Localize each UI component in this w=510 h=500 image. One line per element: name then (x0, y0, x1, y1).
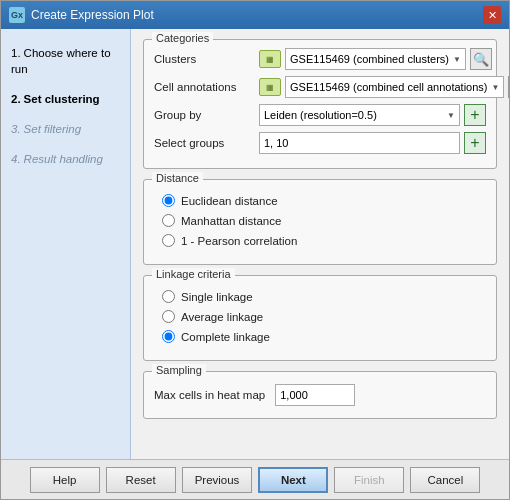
main-content: Categories Clusters ▦ GSE115469 (combine… (131, 29, 509, 459)
manhattan-radio[interactable] (162, 214, 175, 227)
euclidean-label: Euclidean distance (181, 195, 278, 207)
cell-annotations-search-button[interactable]: 🔍 (508, 76, 509, 98)
euclidean-radio[interactable] (162, 194, 175, 207)
complete-radio[interactable] (162, 330, 175, 343)
clusters-dataset-icon: ▦ (259, 50, 281, 68)
group-by-combo-text: Leiden (resolution=0.5) (264, 109, 377, 121)
sidebar-label-2: Set clustering (24, 93, 100, 105)
select-groups-label: Select groups (154, 137, 259, 149)
distance-radio-group: Euclidean distance Manhattan distance 1 … (154, 188, 486, 256)
sidebar-number-4: 4. (11, 153, 21, 165)
cell-annotations-field-value: ▦ GSE115469 (combined cell annotations) … (259, 76, 509, 98)
cell-annotations-label: Cell annotations (154, 81, 259, 93)
group-by-label: Group by (154, 109, 259, 121)
sidebar-number-1: 1. (11, 47, 21, 59)
sidebar-item-choose-where[interactable]: 1.Choose where to run (11, 45, 120, 77)
max-cells-input[interactable] (275, 384, 355, 406)
single-row: Single linkage (162, 290, 486, 303)
sidebar-number-3: 3. (11, 123, 21, 135)
pearson-radio[interactable] (162, 234, 175, 247)
select-groups-row: Select groups + (154, 132, 486, 154)
distance-label: Distance (152, 172, 203, 184)
single-radio[interactable] (162, 290, 175, 303)
select-groups-field-value: + (259, 132, 486, 154)
average-label: Average linkage (181, 311, 263, 323)
sidebar: 1.Choose where to run 2.Set clustering 3… (1, 29, 131, 459)
pearson-label: 1 - Pearson correlation (181, 235, 297, 247)
dialog-body: 1.Choose where to run 2.Set clustering 3… (1, 29, 509, 459)
dialog: Gx Create Expression Plot ✕ 1.Choose whe… (0, 0, 510, 500)
title-bar: Gx Create Expression Plot ✕ (1, 1, 509, 29)
select-groups-input[interactable] (259, 132, 460, 154)
clusters-label: Clusters (154, 53, 259, 65)
sidebar-label-4: Result handling (24, 153, 103, 165)
group-by-field-value: Leiden (resolution=0.5) ▼ + (259, 104, 486, 126)
categories-label: Categories (152, 32, 213, 44)
cancel-button[interactable]: Cancel (410, 467, 480, 493)
sampling-row: Max cells in heat map (154, 380, 486, 410)
distance-section: Distance Euclidean distance Manhattan di… (143, 179, 497, 265)
sidebar-number-2: 2. (11, 93, 21, 105)
sidebar-label-1: Choose where to run (11, 47, 111, 75)
group-by-add-button[interactable]: + (464, 104, 486, 126)
group-by-combo[interactable]: Leiden (resolution=0.5) ▼ (259, 104, 460, 126)
pearson-row: 1 - Pearson correlation (162, 234, 486, 247)
cell-annotations-row: Cell annotations ▦ GSE115469 (combined c… (154, 76, 486, 98)
title-bar-left: Gx Create Expression Plot (9, 7, 154, 23)
clusters-search-button[interactable]: 🔍 (470, 48, 492, 70)
clusters-combo-text: GSE115469 (combined clusters) (290, 53, 449, 65)
single-label: Single linkage (181, 291, 253, 303)
dialog-title: Create Expression Plot (31, 8, 154, 22)
close-button[interactable]: ✕ (483, 6, 501, 24)
clusters-combo-arrow: ▼ (453, 55, 461, 64)
manhattan-row: Manhattan distance (162, 214, 486, 227)
next-button[interactable]: Next (258, 467, 328, 493)
linkage-section: Linkage criteria Single linkage Average … (143, 275, 497, 361)
footer: Help Reset Previous Next Finish Cancel (1, 459, 509, 499)
complete-label: Complete linkage (181, 331, 270, 343)
group-by-combo-arrow: ▼ (447, 111, 455, 120)
cell-annotations-combo[interactable]: GSE115469 (combined cell annotations) ▼ (285, 76, 504, 98)
sampling-field-label: Max cells in heat map (154, 389, 265, 401)
linkage-radio-group: Single linkage Average linkage Complete … (154, 284, 486, 352)
cell-annotations-dataset-icon: ▦ (259, 78, 281, 96)
categories-section: Categories Clusters ▦ GSE115469 (combine… (143, 39, 497, 169)
complete-row: Complete linkage (162, 330, 486, 343)
linkage-label: Linkage criteria (152, 268, 235, 280)
average-radio[interactable] (162, 310, 175, 323)
clusters-field-value: ▦ GSE115469 (combined clusters) ▼ 🔍 (259, 48, 492, 70)
euclidean-row: Euclidean distance (162, 194, 486, 207)
sidebar-item-set-filtering[interactable]: 3.Set filtering (11, 121, 120, 137)
sidebar-label-3: Set filtering (24, 123, 82, 135)
sidebar-item-result-handling[interactable]: 4.Result handling (11, 151, 120, 167)
clusters-row: Clusters ▦ GSE115469 (combined clusters)… (154, 48, 486, 70)
cell-annotations-combo-arrow: ▼ (492, 83, 500, 92)
help-button[interactable]: Help (30, 467, 100, 493)
average-row: Average linkage (162, 310, 486, 323)
sampling-section: Sampling Max cells in heat map (143, 371, 497, 419)
group-by-row: Group by Leiden (resolution=0.5) ▼ + (154, 104, 486, 126)
sampling-label: Sampling (152, 364, 206, 376)
previous-button[interactable]: Previous (182, 467, 253, 493)
cell-annotations-combo-text: GSE115469 (combined cell annotations) (290, 81, 488, 93)
reset-button[interactable]: Reset (106, 467, 176, 493)
sidebar-item-set-clustering[interactable]: 2.Set clustering (11, 91, 120, 107)
clusters-combo[interactable]: GSE115469 (combined clusters) ▼ (285, 48, 466, 70)
select-groups-add-button[interactable]: + (464, 132, 486, 154)
manhattan-label: Manhattan distance (181, 215, 281, 227)
app-icon: Gx (9, 7, 25, 23)
finish-button[interactable]: Finish (334, 467, 404, 493)
